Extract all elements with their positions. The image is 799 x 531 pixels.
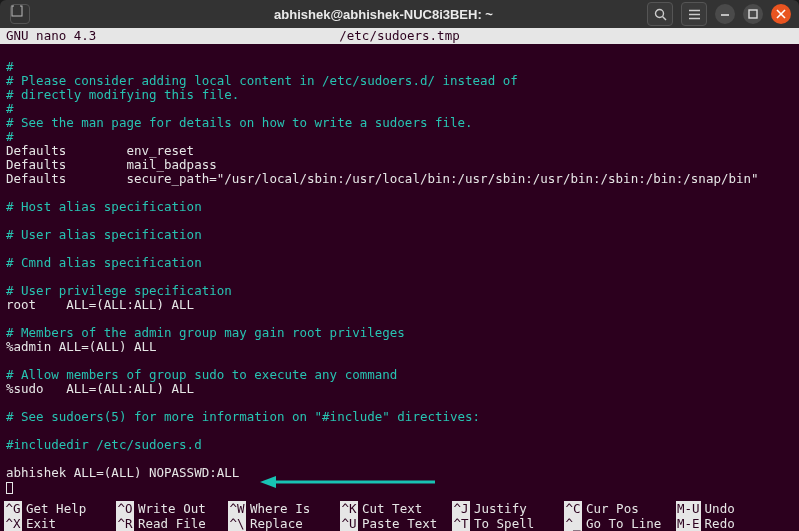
file-line: Defaults env_reset — [6, 143, 194, 158]
file-line: Defaults secure_path="/usr/local/sbin:/u… — [6, 171, 759, 186]
file-line: # Please consider adding local content i… — [6, 73, 518, 88]
help-cut-text[interactable]: ^KCut Text — [340, 501, 452, 516]
help-exit[interactable]: ^XExit — [4, 516, 116, 531]
file-line: # Host alias specification — [6, 199, 202, 214]
svg-marker-12 — [260, 476, 276, 488]
new-tab-button[interactable] — [10, 4, 30, 24]
file-line: # Members of the admin group may gain ro… — [6, 325, 405, 340]
svg-line-3 — [662, 16, 666, 20]
window-titlebar: abhishek@abhishek-NUC8i3BEH: ~ — [0, 0, 799, 28]
file-line: # — [6, 129, 14, 144]
file-line: # Allow members of group sudo to execute… — [6, 367, 397, 382]
file-line: # See sudoers(5) for more information on… — [6, 409, 480, 424]
help-redo[interactable]: M-ERedo — [676, 516, 746, 531]
file-line: %sudo ALL=(ALL:ALL) ALL — [6, 381, 194, 396]
help-write-out[interactable]: ^OWrite Out — [116, 501, 228, 516]
window-title: abhishek@abhishek-NUC8i3BEH: ~ — [120, 7, 647, 22]
help-to-spell[interactable]: ^TTo Spell — [452, 516, 564, 531]
file-line: # User privilege specification — [6, 283, 232, 298]
text-cursor — [6, 482, 13, 494]
file-line: %admin ALL=(ALL) ALL — [6, 339, 157, 354]
search-button[interactable] — [647, 2, 673, 26]
file-line: # — [6, 101, 14, 116]
nano-version: GNU nano 4.3 — [0, 28, 200, 44]
help-justify[interactable]: ^JJustify — [452, 501, 564, 516]
nano-filename: /etc/sudoers.tmp — [200, 28, 599, 44]
file-line: Defaults mail_badpass — [6, 157, 217, 172]
file-line: # User alias specification — [6, 227, 202, 242]
file-line: root ALL=(ALL:ALL) ALL — [6, 297, 194, 312]
minimize-button[interactable] — [715, 4, 735, 24]
help-read-file[interactable]: ^RRead File — [116, 516, 228, 531]
help-go-to-line[interactable]: ^_Go To Line — [564, 516, 676, 531]
annotation-arrow-icon — [260, 472, 440, 492]
hamburger-menu-button[interactable] — [681, 2, 707, 26]
maximize-button[interactable] — [743, 4, 763, 24]
help-cur-pos[interactable]: ^CCur Pos — [564, 501, 676, 516]
help-where-is[interactable]: ^WWhere Is — [228, 501, 340, 516]
close-button[interactable] — [771, 4, 791, 24]
file-line: # See the man page for details on how to… — [6, 115, 473, 130]
file-line: # — [6, 59, 14, 74]
svg-point-2 — [655, 9, 663, 17]
file-line: #includedir /etc/sudoers.d — [6, 437, 202, 452]
file-line: # directly modifying this file. — [6, 87, 239, 102]
help-replace[interactable]: ^\Replace — [228, 516, 340, 531]
editor-area[interactable]: # # Please consider adding local content… — [0, 44, 799, 501]
svg-rect-8 — [749, 10, 757, 18]
help-undo[interactable]: M-UUndo — [676, 501, 746, 516]
svg-rect-1 — [14, 5, 20, 8]
nano-help-bar: ^GGet Help ^OWrite Out ^WWhere Is ^KCut … — [0, 501, 799, 531]
file-line: abhishek ALL=(ALL) NOPASSWD:ALL — [6, 465, 239, 480]
help-get-help[interactable]: ^GGet Help — [4, 501, 116, 516]
help-paste-text[interactable]: ^UPaste Text — [340, 516, 452, 531]
file-line: # Cmnd alias specification — [6, 255, 202, 270]
nano-header: GNU nano 4.3 /etc/sudoers.tmp — [0, 28, 799, 44]
